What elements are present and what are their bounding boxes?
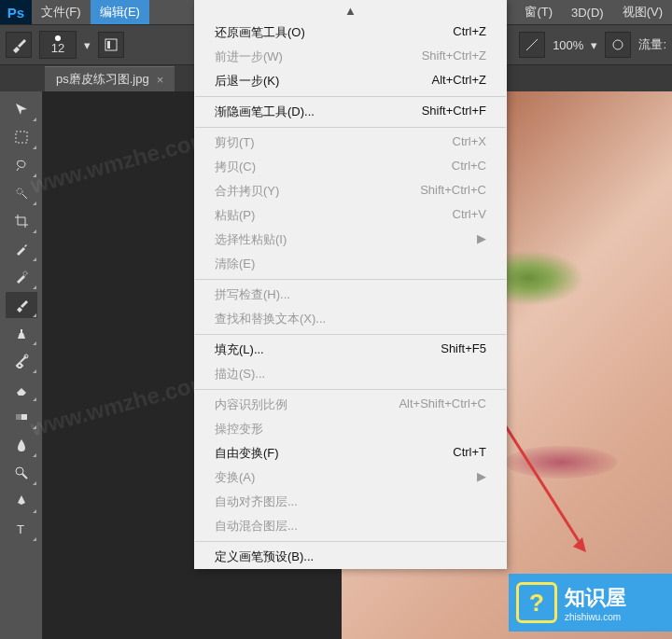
menu-item-label: 粘贴(P) <box>215 207 255 224</box>
menu-item: 合并拷贝(Y)Shift+Ctrl+C <box>194 179 507 203</box>
type-tool[interactable]: T <box>6 516 37 542</box>
svg-rect-3 <box>16 132 27 143</box>
menu-item[interactable]: 还原画笔工具(O)Ctrl+Z <box>194 21 507 45</box>
menu-item-shortcut: Ctrl+T <box>453 445 486 462</box>
quick-select-tool[interactable] <box>6 180 37 206</box>
menu-item: 拼写检查(H)... <box>194 283 507 307</box>
menu-item-label: 查找和替换文本(X)... <box>215 311 326 327</box>
dodge-tool[interactable] <box>6 460 37 486</box>
current-tool-icon[interactable] <box>6 32 32 58</box>
svg-rect-1 <box>107 41 110 49</box>
menu-item-shortcut: ▶ <box>477 231 486 248</box>
menu-item-shortcut: Ctrl+Z <box>453 24 486 41</box>
menu-item-label: 填充(L)... <box>215 341 264 358</box>
pressure-opacity-icon[interactable] <box>605 32 631 58</box>
menu-item[interactable]: 填充(L)...Shift+F5 <box>194 338 507 362</box>
menu-item[interactable]: 渐隐画笔工具(D)...Shift+Ctrl+F <box>194 100 507 124</box>
menu-item-label: 变换(A) <box>215 469 255 486</box>
menu-item-shortcut: Shift+Ctrl+C <box>420 183 486 200</box>
zhishiwu-title: 知识屋 <box>565 584 626 612</box>
zhishiwu-badge: ? 知识屋 zhishiwu.com <box>509 574 672 632</box>
toolbox: T <box>0 91 43 639</box>
menu-item-label: 拷贝(C) <box>215 159 256 175</box>
zoom-value: 100% <box>553 38 583 52</box>
history-brush-tool[interactable] <box>6 348 37 374</box>
move-tool[interactable] <box>6 96 37 122</box>
menu-item: 自动对齐图层... <box>194 490 507 514</box>
spot-healing-tool[interactable] <box>6 264 37 290</box>
menu-item-shortcut: Shift+Ctrl+F <box>422 104 486 120</box>
menu-3d[interactable]: 3D(D) <box>562 0 613 24</box>
brush-size-value: 12 <box>51 41 64 55</box>
menu-item: 内容识别比例Alt+Shift+Ctrl+C <box>194 393 507 417</box>
menu-item: 选择性粘贴(I)▶ <box>194 228 507 252</box>
document-tab[interactable]: ps磨皮练习图.jpg × <box>45 66 175 91</box>
menu-item-shortcut: ▶ <box>477 469 486 486</box>
edit-menu-dropdown: ▲ 还原画笔工具(O)Ctrl+Z前进一步(W)Shift+Ctrl+Z后退一步… <box>194 0 507 569</box>
menu-item-label: 自动对齐图层... <box>215 493 298 510</box>
scroll-up-arrow[interactable]: ▲ <box>194 0 507 21</box>
brush-panel-toggle-icon[interactable] <box>98 32 124 58</box>
menu-item-label: 拼写检查(H)... <box>215 286 290 303</box>
pen-tool[interactable] <box>6 488 37 514</box>
menu-item: 清除(E) <box>194 252 507 276</box>
gradient-tool[interactable] <box>6 404 37 430</box>
menu-item-label: 还原画笔工具(O) <box>215 24 305 41</box>
clone-stamp-tool[interactable] <box>6 320 37 346</box>
menu-item-label: 选择性粘贴(I) <box>215 231 287 248</box>
brush-tool[interactable] <box>6 292 37 318</box>
menu-view[interactable]: 视图(V) <box>613 0 672 24</box>
menu-window[interactable]: 窗(T) <box>515 0 562 24</box>
menu-item-shortcut: Ctrl+C <box>452 159 486 175</box>
menu-item-label: 剪切(T) <box>215 134 255 151</box>
menu-item-shortcut: Shift+Ctrl+Z <box>422 49 486 65</box>
zhishiwu-icon: ? <box>516 582 557 623</box>
menu-item-shortcut: Alt+Shift+Ctrl+C <box>399 396 486 413</box>
svg-text:T: T <box>17 522 24 536</box>
blur-tool[interactable] <box>6 432 37 458</box>
eyedropper-tool[interactable] <box>6 236 37 262</box>
close-icon[interactable]: × <box>157 73 164 87</box>
crop-tool[interactable] <box>6 208 37 234</box>
menu-item-shortcut: Ctrl+V <box>453 207 486 224</box>
menu-item-label: 自动混合图层... <box>215 518 298 535</box>
menu-item-label: 自由变换(F) <box>215 445 279 462</box>
svg-point-9 <box>16 467 23 475</box>
menu-item: 变换(A)▶ <box>194 465 507 490</box>
ps-logo: Ps <box>0 0 32 24</box>
menu-item-label: 清除(E) <box>215 256 255 272</box>
menu-item: 剪切(T)Ctrl+X <box>194 131 507 155</box>
menu-item[interactable]: 自由变换(F)Ctrl+T <box>194 441 507 465</box>
menu-item[interactable]: 定义画笔预设(B)... <box>194 545 507 569</box>
flow-label: 流量: <box>638 36 666 53</box>
menu-item: 描边(S)... <box>194 362 507 386</box>
menu-file[interactable]: 文件(F) <box>32 0 91 24</box>
menu-item-label: 渐隐画笔工具(D)... <box>215 104 315 120</box>
menu-item: 前进一步(W)Shift+Ctrl+Z <box>194 45 507 69</box>
menu-item: 粘贴(P)Ctrl+V <box>194 203 507 228</box>
menu-item-label: 描边(S)... <box>215 366 265 382</box>
brush-preset-picker[interactable]: 12 <box>39 31 77 59</box>
menu-item: 自动混合图层... <box>194 514 507 538</box>
menu-item[interactable]: 后退一步(K)Alt+Ctrl+Z <box>194 69 507 93</box>
svg-rect-8 <box>16 414 21 420</box>
lasso-tool[interactable] <box>6 152 37 178</box>
eraser-tool[interactable] <box>6 376 37 402</box>
menu-item-label: 合并拷贝(Y) <box>215 183 279 200</box>
svg-point-4 <box>17 188 22 194</box>
menu-item-label: 操控变形 <box>215 421 263 438</box>
menu-item-label: 内容识别比例 <box>215 396 287 413</box>
document-tab-label: ps磨皮练习图.jpg <box>56 71 149 88</box>
menu-item: 查找和替换文本(X)... <box>194 307 507 331</box>
marquee-tool[interactable] <box>6 124 37 150</box>
airbrush-icon[interactable] <box>519 32 545 58</box>
svg-point-5 <box>23 271 27 275</box>
zhishiwu-subtitle: zhishiwu.com <box>565 612 626 622</box>
menu-item-shortcut: Alt+Ctrl+Z <box>431 73 486 90</box>
svg-rect-0 <box>105 39 117 50</box>
menu-item-label: 定义画笔预设(B)... <box>215 549 314 565</box>
menu-edit[interactable]: 编辑(E) <box>91 0 149 24</box>
svg-point-2 <box>613 40 623 49</box>
menu-item-shortcut: Shift+F5 <box>441 341 486 358</box>
menu-item-shortcut: Ctrl+X <box>453 134 486 151</box>
